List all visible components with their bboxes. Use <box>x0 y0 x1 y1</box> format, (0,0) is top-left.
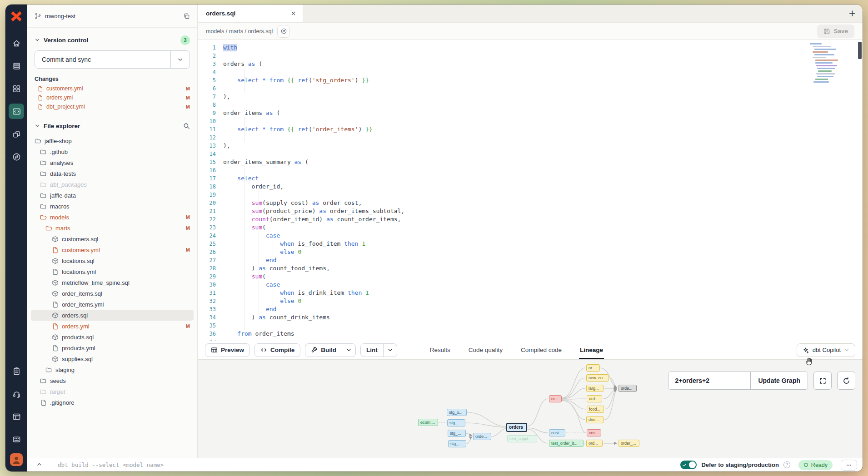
code-line[interactable]: 32 else 0 <box>198 297 863 305</box>
tree-item[interactable]: order_items.yml <box>31 299 194 310</box>
lineage-node[interactable]: or.... <box>586 364 600 372</box>
code-line[interactable]: 5 select * from {{ ref('stg_orders') }} <box>198 76 863 84</box>
checklist-icon[interactable] <box>9 363 24 379</box>
code-line[interactable]: 8 <box>198 101 863 109</box>
code-line[interactable]: 29 sum( <box>198 273 863 281</box>
user-avatar[interactable] <box>10 453 23 466</box>
tree-item[interactable]: locations.yml <box>31 266 194 277</box>
tree-item[interactable]: .github <box>31 146 194 157</box>
dbt-logo-icon[interactable] <box>5 5 27 28</box>
code-line[interactable]: 2 <box>198 52 863 60</box>
tree-item[interactable]: customers.yml M <box>31 244 194 255</box>
tree-item[interactable]: locations.sql <box>31 255 194 266</box>
lineage-node[interactable]: new_cu... <box>586 374 609 382</box>
more-options-button[interactable] <box>841 460 857 471</box>
lineage-node[interactable]: food... <box>587 406 604 413</box>
toolbar-tab[interactable]: Lineage <box>579 341 604 359</box>
code-line[interactable]: 6 <box>198 84 863 93</box>
defer-toggle[interactable] <box>680 461 697 469</box>
tree-item[interactable]: .gitignore <box>31 397 194 408</box>
tree-item[interactable]: supplies.sql <box>31 353 194 364</box>
lineage-node[interactable]: ord... <box>586 440 603 447</box>
code-line[interactable]: 4 <box>198 68 863 76</box>
tree-item[interactable]: jaffle-data <box>31 190 194 201</box>
change-item[interactable]: dbt_project.yml M <box>27 102 197 111</box>
preview-button[interactable]: Preview <box>205 343 250 357</box>
lineage-canvas[interactable]: ecom.... stg_o... stg_... stg_... stg_..… <box>198 360 863 458</box>
toolbar-tab[interactable]: Code quality <box>468 341 504 359</box>
code-line[interactable]: 18 order_id, <box>198 183 863 191</box>
toolbar-tab[interactable]: Results <box>429 341 451 359</box>
change-item[interactable]: orders.yml M <box>27 93 197 102</box>
commit-options-caret[interactable] <box>170 51 190 68</box>
lineage-node[interactable]: ord... <box>587 395 602 402</box>
new-tab-button[interactable] <box>842 5 863 22</box>
code-line[interactable]: 34 ) as count_drink_items <box>198 313 863 322</box>
dbt-copilot-button[interactable]: dbt Copilot <box>797 343 855 357</box>
docs-window-icon[interactable] <box>9 409 24 424</box>
tree-item[interactable]: orders.sql <box>31 310 194 321</box>
search-icon[interactable] <box>183 123 190 129</box>
code-line[interactable]: 26 else 0 <box>198 248 863 256</box>
tree-item[interactable]: customers.sql <box>31 233 194 244</box>
lint-options-caret[interactable] <box>383 344 397 357</box>
lineage-node[interactable]: orde... <box>473 433 491 440</box>
tree-item[interactable]: target <box>31 386 194 397</box>
apps-grid-icon[interactable] <box>9 81 24 96</box>
code-line[interactable]: 11 select * from {{ ref('order_items') }… <box>198 125 863 134</box>
fullscreen-button[interactable] <box>813 372 832 390</box>
lineage-filter-input[interactable] <box>668 372 750 389</box>
lineage-node[interactable]: test_order_it... <box>549 440 584 447</box>
home-icon[interactable] <box>9 35 24 51</box>
expand-command-bar-button[interactable] <box>36 461 42 469</box>
orchestration-icon[interactable] <box>9 126 24 142</box>
code-editor[interactable]: 1 with 2 3 orders as ( 4 <box>198 40 863 341</box>
lint-button[interactable]: Lint <box>360 343 397 357</box>
compile-button[interactable]: Compile <box>254 343 300 357</box>
update-graph-button[interactable]: Update Graph <box>750 372 808 389</box>
file-explorer-header[interactable]: File explorer <box>27 118 197 134</box>
tree-item[interactable]: analyses <box>31 157 194 168</box>
code-line[interactable]: 7 ), <box>198 93 863 101</box>
tree-item[interactable]: products.yml <box>31 342 194 353</box>
commit-and-sync-button[interactable]: Commit and sync <box>35 50 190 69</box>
lineage-node[interactable]: orders <box>506 423 527 432</box>
tree-item[interactable]: order_items.sql <box>31 288 194 299</box>
lineage-node[interactable]: stg_o... <box>447 409 467 416</box>
code-line[interactable]: 10 <box>198 117 863 125</box>
code-line[interactable]: 23 sum( <box>198 223 863 232</box>
command-input[interactable]: dbt build --select <model_name> <box>58 461 676 468</box>
lineage-node[interactable]: ecom.... <box>418 419 438 426</box>
tree-item[interactable]: seeds <box>31 375 194 386</box>
lineage-node[interactable]: test_suppl... <box>507 435 537 442</box>
refresh-button[interactable] <box>837 372 855 390</box>
code-line[interactable]: 22 count(order_item_id) as count_order_i… <box>198 215 863 223</box>
warehouse-icon[interactable] <box>9 58 24 74</box>
version-control-header[interactable]: Version control 3 <box>27 32 197 48</box>
lineage-node[interactable]: stg_... <box>447 419 465 426</box>
lineage-node[interactable]: or... <box>549 395 562 402</box>
code-line[interactable]: 28 ) as count_food_items, <box>198 264 863 273</box>
tree-item[interactable]: products.sql <box>31 332 194 342</box>
tree-item[interactable]: marts M <box>31 223 194 233</box>
help-icon[interactable]: ? <box>783 461 790 468</box>
tree-item[interactable]: orders.yml M <box>31 321 194 332</box>
code-line[interactable]: 36 from order_items <box>198 330 863 338</box>
code-line[interactable]: 14 <box>198 150 863 158</box>
studio-ide-icon[interactable] <box>9 104 24 119</box>
code-line[interactable]: 35 <box>198 322 863 330</box>
code-line[interactable]: 31 when is_drink_item then 1 <box>198 289 863 297</box>
lineage-node[interactable]: cus... <box>587 429 601 436</box>
lineage-node[interactable]: larg... <box>586 385 604 392</box>
open-in-lineage-button[interactable] <box>277 25 290 38</box>
toolbar-tab[interactable]: Compiled code <box>520 341 563 359</box>
code-line[interactable]: 25 when is_food_item then 1 <box>198 240 863 248</box>
code-line[interactable]: 27 end <box>198 256 863 264</box>
tree-item[interactable]: dbt_packages <box>31 179 194 190</box>
tree-item[interactable]: data-tests <box>31 168 194 179</box>
tree-item[interactable]: jaffle-shop <box>31 135 194 146</box>
lineage-node[interactable]: cust... <box>549 429 565 436</box>
code-line[interactable]: 16 <box>198 166 863 174</box>
copy-icon[interactable] <box>183 13 190 20</box>
lineage-node[interactable]: order_... <box>619 440 639 447</box>
